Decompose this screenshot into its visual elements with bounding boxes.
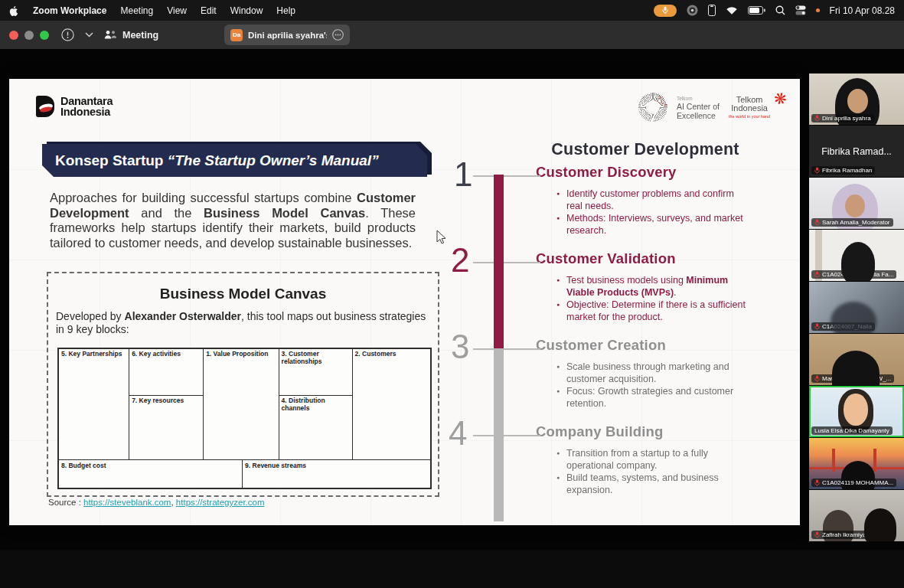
muted-mic-icon xyxy=(814,271,820,278)
danantara-line1: Danantara xyxy=(60,96,113,106)
muted-mic-icon xyxy=(814,375,820,382)
participant-name-label: C1A024119 MOHAMMA... xyxy=(811,479,896,487)
menu-item-app[interactable]: Zoom Workplace xyxy=(33,5,106,16)
section-title: Customer Creation xyxy=(536,337,762,354)
menu-item-window[interactable]: Window xyxy=(230,5,263,16)
aicoe-sunburst-icon xyxy=(638,93,667,122)
participant-tile-4[interactable]: C1A024057_Ameylia Fa... xyxy=(809,230,904,281)
participant-tile-1[interactable]: Dini aprilia syahra xyxy=(809,74,904,125)
search-icon[interactable] xyxy=(775,5,785,15)
section-customer-creation: Customer Creation●Scale business through… xyxy=(536,337,762,410)
window-controls xyxy=(9,31,49,40)
apple-icon[interactable] xyxy=(9,5,19,16)
bullet-item: ●Methods: Interviews, surveys, and marke… xyxy=(536,212,762,237)
chevron-down-icon[interactable] xyxy=(85,32,93,38)
telkom-tagline: the world in your hand xyxy=(729,114,770,119)
mic-indicator-icon[interactable] xyxy=(654,5,677,17)
shared-slide: Danantara Indonesia Telkom AI Center of … xyxy=(9,79,800,525)
share-tab-label: Dini aprilia syahra's screen xyxy=(248,31,327,40)
bullet-dot: ● xyxy=(550,361,566,385)
device-icon[interactable] xyxy=(708,5,716,16)
participant-name: C1A024057_Ameylia Fa... xyxy=(822,271,893,278)
source-link-1[interactable]: https://strategyzer.com xyxy=(176,498,265,507)
link-icon[interactable] xyxy=(332,29,344,41)
participant-name: Sarah Amalia_Moderator xyxy=(822,219,890,226)
tab-meeting[interactable]: Meeting xyxy=(104,30,158,41)
bmc-cell-cu: 2. Customers xyxy=(353,349,430,460)
source-link-0[interactable]: https://steveblank.com xyxy=(83,498,171,507)
bmc-cell-ka: 6. Key activities xyxy=(129,349,204,396)
macos-menu-bar: Zoom Workplace Meeting View Edit Window … xyxy=(0,0,904,21)
menu-item-view[interactable]: View xyxy=(167,5,187,16)
customer-development-heading: Customer Development xyxy=(507,140,783,159)
control-center-icon[interactable] xyxy=(795,5,806,15)
battery-icon[interactable] xyxy=(748,6,765,15)
info-icon[interactable] xyxy=(61,28,74,41)
bullet-item: ●Test business models using Minimum Viab… xyxy=(536,274,762,299)
section-title: Customer Validation xyxy=(536,250,762,267)
bottom-letterbox xyxy=(0,550,904,588)
bmc-cell-kp: 5. Key Partnerships xyxy=(59,349,129,460)
connector-line-4 xyxy=(473,435,540,436)
bmc-description: Developed by Alexander Osterwalder, this… xyxy=(56,310,430,336)
menu-item-meeting[interactable]: Meeting xyxy=(120,5,153,16)
section-title: Company Building xyxy=(536,423,762,440)
bullet-dot: ● xyxy=(550,472,566,496)
mouse-cursor xyxy=(436,230,447,245)
participant-tile-3[interactable]: Sarah Amalia_Moderator xyxy=(809,178,904,229)
bullet-item: ●Focus: Growth strategies and customer r… xyxy=(536,385,762,410)
participant-tile-8[interactable]: C1A024119 MOHAMMA... xyxy=(809,438,904,489)
connector-line-2 xyxy=(473,262,540,263)
minimize-window-button[interactable] xyxy=(24,31,34,40)
step-number-2: 2 xyxy=(451,243,469,277)
danantara-logo-icon xyxy=(36,96,54,117)
business-model-canvas-box: Business Model Canvas Developed by Alexa… xyxy=(47,272,439,497)
participant-name-label: Sarah Amalia_Moderator xyxy=(811,218,893,227)
tab-shared-screen[interactable]: Da Dini aprilia syahra's screen xyxy=(224,24,350,45)
partner-logos: Telkom AI Center of Excellence ❋ Telkom … xyxy=(638,93,785,122)
step-number-1: 1 xyxy=(454,158,472,191)
timeline-bar-gray xyxy=(494,348,504,521)
participant-name-label: Dini aprilia syahra xyxy=(811,114,874,122)
telkom-hand-icon: ❋ xyxy=(772,88,789,109)
bullet-item: ●Scale business through marketing and cu… xyxy=(536,361,762,385)
bmc-cell-dc: 4. Distribution channels xyxy=(279,396,353,460)
section-customer-discovery: Customer Discovery●Identify customer pro… xyxy=(536,164,762,237)
bmc-title: Business Model Canvas xyxy=(48,286,438,302)
zoom-window-button[interactable] xyxy=(40,31,49,40)
participant-name-label: Fibrika Ramadhan xyxy=(811,166,875,175)
telkom-logo: ❋ Telkom Indonesia the world in your han… xyxy=(729,96,785,119)
bullet-dot: ● xyxy=(550,212,566,237)
participant-name-label: Lusia Elsa Dika Damayanty xyxy=(811,426,893,435)
slide-title-banner: Konsep Startup “The Startup Owner’s Manu… xyxy=(42,144,427,177)
participant-tile-6[interactable]: Margaretha Selvina W_... xyxy=(809,334,904,385)
participant-tile-5[interactable]: C1A024007_Naila xyxy=(809,282,904,333)
step-number-3: 3 xyxy=(451,330,469,364)
participant-tile-7[interactable]: Lusia Elsa Dika Damayanty xyxy=(809,386,904,437)
source-label: Source : xyxy=(48,498,81,507)
participant-name: Margaretha Selvina W_... xyxy=(822,375,891,382)
bmc-cell-cr: 3. Customer relationships xyxy=(279,349,353,396)
menu-item-edit[interactable]: Edit xyxy=(201,5,217,16)
bullet-dot: ● xyxy=(550,447,566,472)
muted-mic-icon xyxy=(814,323,820,330)
section-title: Customer Discovery xyxy=(536,164,762,181)
participant-name: C1A024007_Naila xyxy=(822,323,872,330)
participant-name-label: Margaretha Selvina W_... xyxy=(811,374,894,383)
connector-line-3 xyxy=(473,348,540,350)
camera-status-icon[interactable] xyxy=(687,5,698,16)
wifi-icon[interactable] xyxy=(726,6,738,15)
bullet-dot: ● xyxy=(550,385,566,410)
participant-tile-9[interactable]: Zafirah Ikramiya xyxy=(809,490,904,541)
slide-title: Konsep Startup “The Startup Owner’s Manu… xyxy=(55,152,379,169)
close-window-button[interactable] xyxy=(9,31,18,40)
section-customer-validation: Customer Validation●Test business models… xyxy=(536,250,762,323)
recording-dot xyxy=(816,8,820,12)
participant-tile-2[interactable]: Fibrika Ramad...Fibrika Ramadhan xyxy=(809,126,904,177)
bullet-dot: ● xyxy=(550,188,566,212)
participant-name: Zafirah Ikramiya xyxy=(822,531,866,538)
menu-clock[interactable]: Fri 10 Apr 08.28 xyxy=(830,5,895,16)
source-line: Source : https://steveblank.com, https:/… xyxy=(48,498,265,507)
menu-item-help[interactable]: Help xyxy=(276,5,295,16)
participant-name-label: C1A024057_Ameylia Fa... xyxy=(811,270,896,279)
